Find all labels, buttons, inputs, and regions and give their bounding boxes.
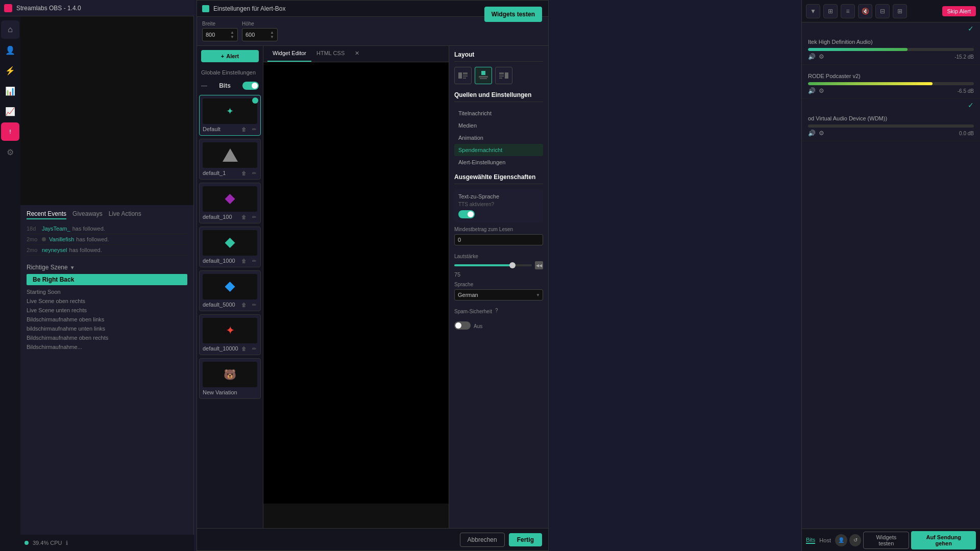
window-title-left: Einstellungen für Alert-Box [202,5,285,12]
variation-delete-10000[interactable]: 🗑 [240,344,248,353]
event-row: 2mo Vanillefish has followed. [27,234,187,245]
scene-item-7[interactable]: Bildschirmaufnahme... [27,342,187,352]
scene-item-3[interactable]: Live Scene unten rechts [27,306,187,315]
scene-dropdown-icon[interactable]: ▼ [70,265,75,270]
variation-card-5000[interactable]: default_5000 🗑 ✏ [199,270,261,311]
variation-edit-1[interactable]: ✏ [250,169,258,177]
bottom-tab-host[interactable]: Host [819,537,831,543]
variation-edit-5000[interactable]: ✏ [250,300,258,309]
variation-delete-default[interactable]: 🗑 [240,125,248,133]
layout-img-center[interactable] [475,67,492,84]
tts-toggle[interactable] [458,210,475,218]
event-name-2[interactable]: Vanillefish [49,236,74,242]
variation-card-default[interactable]: ✦ Default 🗑 ✏ [199,95,261,136]
language-select[interactable]: German [454,289,543,300]
alert-button-label: Alert [226,53,239,59]
bottom-tab-bits[interactable]: Bits [806,537,815,544]
scene-item-5[interactable]: bildschirmaufnahme unten links [27,324,187,333]
volume-thumb[interactable] [509,262,516,268]
sidebar-alerts[interactable]: ⚡ [1,61,19,80]
toolbar-list[interactable]: ≡ [841,4,855,18]
variation-card-100[interactable]: default_100 🗑 ✏ [199,183,261,223]
bits-minus-icon[interactable]: — [201,82,207,89]
variation-delete-100[interactable]: 🗑 [240,213,248,221]
width-input[interactable]: 800 ▲▼ [202,28,238,41]
volume-icon[interactable]: ◀◀ [535,261,543,269]
scene-current[interactable]: Be Right Back [27,274,187,285]
variation-card-new[interactable]: 🐻 New Variation [199,358,261,399]
layout-img-left[interactable] [454,67,472,84]
event-name-1[interactable]: JaysTeam_ [42,226,70,232]
min-amount-input[interactable] [454,234,543,245]
sidebar-user[interactable]: 👤 [1,41,19,59]
audio-vol-icon-3[interactable]: 🔊 [808,130,816,137]
source-alert-settings[interactable]: Alert-Einstellungen [454,156,543,168]
go-live-button[interactable]: Auf Sendung gehen [911,531,976,549]
info-icon[interactable]: ℹ [66,540,68,546]
audio-settings-icon-1[interactable]: ⚙ [819,53,824,60]
audio-channel-2: RODE Podcaster v2) 🔊 ⚙ -6.5 dB [802,69,980,99]
variation-delete-1[interactable]: 🗑 [240,169,248,177]
source-animation[interactable]: Animation [454,132,543,144]
toolbar-mute[interactable]: 🔇 [858,4,872,18]
bits-toggle[interactable] [242,82,259,90]
event-name-3[interactable]: neyneysel [42,247,67,253]
height-arrows[interactable]: ▲▼ [270,30,274,39]
sidebar-graph[interactable]: 📈 [1,102,19,120]
language-select-wrapper: German [454,289,543,300]
window-title-text: Einstellungen für Alert-Box [213,5,285,12]
variation-edit-1000[interactable]: ✏ [250,257,258,265]
scene-item-4[interactable]: Bildschirmaufnahme oben links [27,315,187,324]
audio-settings-icon-2[interactable]: ⚙ [819,87,824,94]
cpu-indicator [24,541,29,545]
done-button[interactable]: Fertig [509,533,542,546]
tab-widget-editor[interactable]: Widget Editor [267,46,311,62]
audio-settings-icon-3[interactable]: ⚙ [819,130,824,137]
right-bottom: Bits Host 👤 ↺ Widgets testen Auf Sendung… [802,529,980,551]
variation-edit-100[interactable]: ✏ [250,213,258,221]
variation-edit-default[interactable]: ✏ [250,125,258,133]
layout-img-right[interactable] [495,67,512,84]
variation-delete-1000[interactable]: 🗑 [240,257,248,265]
variation-card-10000[interactable]: ✦ default_10000 🗑 ✏ [199,314,261,355]
sidebar-settings[interactable]: ⚙ [1,143,19,161]
audio-vol-icon-2[interactable]: 🔊 [808,87,816,94]
source-donor[interactable]: Spendernachricht [454,144,543,156]
audio-vol-icon-1[interactable]: 🔊 [808,53,816,60]
tab-html-css[interactable]: HTML CSS [311,46,350,62]
toolbar-minus[interactable]: ⊟ [875,4,890,18]
toolbar-plus[interactable]: ⊞ [893,4,907,18]
height-input[interactable]: 600 ▲▼ [242,28,278,41]
sidebar-notification[interactable]: ! [1,122,19,141]
tab-giveaways[interactable]: Giveaways [72,209,103,219]
cancel-button[interactable]: Abbrechen [460,533,505,547]
tab-extra[interactable]: ✕ [350,46,364,62]
toolbar-grid[interactable]: ⊞ [823,4,838,18]
variation-delete-5000[interactable]: 🗑 [240,300,248,309]
tab-live-actions[interactable]: Live Actions [109,209,141,219]
width-arrows[interactable]: ▲▼ [230,30,234,39]
widgets-test-button-2[interactable]: Widgets testen [863,532,909,549]
svg-rect-0 [458,72,462,79]
tab-recent-events[interactable]: Recent Events [27,209,66,219]
spam-info-icon[interactable]: ? [495,308,498,313]
toolbar-dropdown[interactable]: ▼ [806,4,820,18]
sidebar-home[interactable]: ⌂ [1,20,19,39]
source-media[interactable]: Medien [454,119,543,132]
scene-item-1[interactable]: Starting Soon [27,287,187,296]
refresh-icon[interactable]: ↺ [849,534,862,546]
variation-edit-10000[interactable]: ✏ [250,344,258,353]
source-title[interactable]: Titelnachricht [454,107,543,119]
variation-card-1000[interactable]: default_1000 🗑 ✏ [199,227,261,267]
skip-alert-button[interactable]: Skip Alert [942,6,976,16]
scene-item-6[interactable]: Bildschirmaufnahme oben rechts [27,333,187,342]
spam-toggle[interactable] [454,321,471,330]
global-settings-label: Globale Einstellungen [197,66,263,79]
test-widgets-button-top[interactable]: Widgets testen [484,7,542,22]
scene-item-2[interactable]: Live Scene oben rechts [27,296,187,306]
height-group: Höhe 600 ▲▼ [242,21,278,41]
volume-slider[interactable] [454,264,532,266]
sidebar-stats[interactable]: 📊 [1,82,19,100]
alert-main-button[interactable]: + Alert [201,50,259,62]
variation-card-1[interactable]: default_1 🗑 ✏ [199,139,261,180]
